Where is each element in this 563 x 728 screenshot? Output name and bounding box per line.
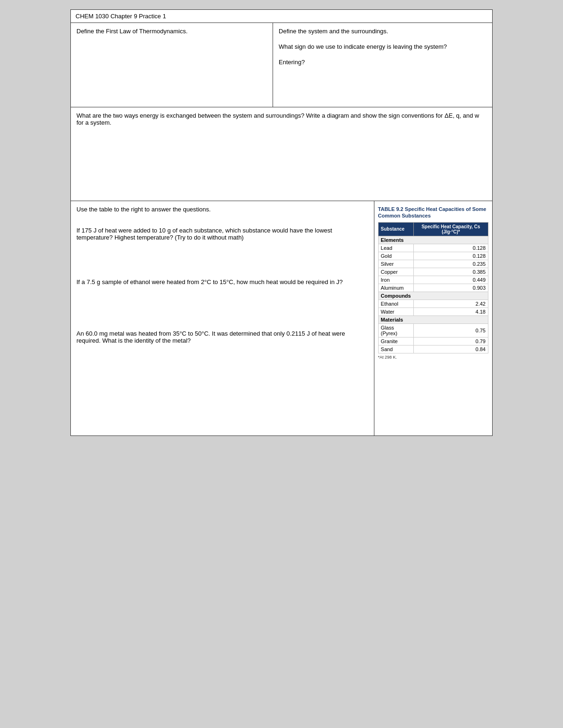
section-name: Elements xyxy=(378,236,488,244)
value-cell: 2.42 xyxy=(413,300,488,308)
section-3: Use the table to the right to answer the… xyxy=(71,201,492,435)
value-cell: 0.449 xyxy=(413,276,488,284)
value-cell: 0.385 xyxy=(413,268,488,276)
table-row: Sand0.84 xyxy=(378,345,488,353)
section-name: Materials xyxy=(378,315,488,323)
table-row: Ethanol2.42 xyxy=(378,300,488,308)
substance-cell: Granite xyxy=(378,337,413,345)
table-title: TABLE 9.2 Specific Heat Capacities of So… xyxy=(378,206,488,219)
value-cell: 0.84 xyxy=(413,345,488,353)
table-row: Silver0.235 xyxy=(378,260,488,268)
q-entering: Entering? xyxy=(279,59,487,66)
table-row: Water4.18 xyxy=(378,308,488,315)
substance-cell: Lead xyxy=(378,244,413,252)
q-ethanol-heat: If a 7.5 g sample of ethanol were heated… xyxy=(76,278,368,316)
q-first-law: Define the First Law of Thermodynamics. xyxy=(76,28,267,35)
value-cell: 0.903 xyxy=(413,284,488,292)
section-3-table: TABLE 9.2 Specific Heat Capacities of So… xyxy=(374,201,492,435)
substance-cell: Sand xyxy=(378,345,413,353)
col-heat-capacity-header: Specific Heat Capacity, Cs (J/g·°C)* xyxy=(413,222,488,236)
substance-cell: Glass (Pyrex) xyxy=(378,323,413,337)
section-3-questions: Use the table to the right to answer the… xyxy=(71,201,374,435)
table-intro: Use the table to the right to answer the… xyxy=(76,206,368,213)
value-cell: 0.75 xyxy=(413,323,488,337)
q-lowest-highest-temp: If 175 J of heat were added to 10 g of e… xyxy=(76,227,368,264)
table-row: Granite0.79 xyxy=(378,337,488,345)
q-define-system: Define the system and the surroundings. xyxy=(279,28,487,35)
table-row: Lead0.128 xyxy=(378,244,488,252)
value-cell: 0.235 xyxy=(413,260,488,268)
value-cell: 0.128 xyxy=(413,244,488,252)
table-row: Copper0.385 xyxy=(378,268,488,276)
q-energy-exchange: What are the two ways energy is exchange… xyxy=(76,112,487,126)
page-title: CHEM 1030 Chapter 9 Practice 1 xyxy=(71,10,492,23)
table-row: Iron0.449 xyxy=(378,276,488,284)
substance-cell: Water xyxy=(378,308,413,315)
table-section-header: Elements xyxy=(378,236,488,244)
cell-system-surroundings: Define the system and the surroundings. … xyxy=(273,23,492,107)
value-cell: 0.128 xyxy=(413,252,488,260)
table-section-header: Materials xyxy=(378,315,488,323)
substance-cell: Silver xyxy=(378,260,413,268)
col-substance-header: Substance xyxy=(378,222,413,236)
substance-cell: Iron xyxy=(378,276,413,284)
substance-cell: Aluminum xyxy=(378,284,413,292)
q-sign-leaving: What sign do we use to indicate energy i… xyxy=(279,43,487,50)
section-1: Define the First Law of Thermodynamics. … xyxy=(71,23,492,107)
table-section-header: Compounds xyxy=(378,292,488,300)
table-row: Glass (Pyrex)0.75 xyxy=(378,323,488,337)
heat-capacity-table: Substance Specific Heat Capacity, Cs (J/… xyxy=(378,222,488,353)
table-row: Gold0.128 xyxy=(378,252,488,260)
substance-cell: Gold xyxy=(378,252,413,260)
table-row: Aluminum0.903 xyxy=(378,284,488,292)
table-title-line1: TABLE 9.2 xyxy=(378,206,403,212)
value-cell: 0.79 xyxy=(413,337,488,345)
section-2-energy-exchange: What are the two ways energy is exchange… xyxy=(71,107,492,201)
page: CHEM 1030 Chapter 9 Practice 1 Define th… xyxy=(70,9,493,436)
q-metal-identity: An 60.0 mg metal was heated from 35°C to… xyxy=(76,330,368,368)
value-cell: 4.18 xyxy=(413,308,488,315)
substance-cell: Copper xyxy=(378,268,413,276)
table-footnote: *At 298 K. xyxy=(378,355,488,360)
cell-define-first-law: Define the First Law of Thermodynamics. xyxy=(71,23,273,107)
substance-cell: Ethanol xyxy=(378,300,413,308)
section-name: Compounds xyxy=(378,292,488,300)
